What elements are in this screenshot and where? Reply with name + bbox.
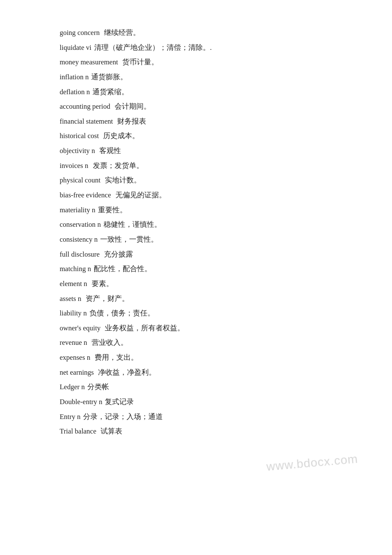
term-english: financial statement [60,117,115,125]
term-english: full disclosure [60,250,101,258]
term-chinese: 复式记录 [105,398,134,406]
term-item: Trial balance 试算表 [60,424,332,439]
term-chinese: 通货紧缩。 [92,88,129,96]
term-item: going concern 继续经营。 [60,26,332,40]
term-item: liability n负债，债务；责任。 [60,306,332,321]
term-english: inflation n [60,73,89,81]
term-chinese: 历史成本。 [103,132,139,140]
term-chinese: 实地计数。 [105,176,141,184]
term-item: revenue n 营业收入。 [60,335,332,350]
term-english: consistency n [60,235,98,243]
term-chinese: 客观性 [99,147,121,155]
term-english: assets n [60,295,83,303]
term-list: going concern 继续经营。liquidate vi清理（破产地企业）… [60,26,332,439]
term-item: materiality n重要性。 [60,203,332,218]
term-chinese: 资产，财产。 [86,295,129,303]
term-item: full disclosure 充分披露 [60,247,332,262]
term-chinese: 会计期间。 [115,102,151,110]
term-english: revenue n [60,338,89,347]
term-item: bias-free evidence 无偏见的证据。 [60,188,332,203]
term-item: objectivity n 客观性 [60,144,332,159]
term-english: element n [60,280,89,288]
term-english: physical count [60,176,102,184]
term-item: inflation n通货膨胀。 [60,70,332,85]
term-chinese: 费用，支出。 [95,353,138,361]
term-item: Entry n分录，记录；入场；通道 [60,410,332,425]
term-item: deflation n通货紧缩。 [60,85,332,100]
term-chinese: 发票；发货单。 [93,162,144,170]
term-chinese: 继续经营。 [104,29,140,37]
term-item: owner's equity 业务权益，所有者权益。 [60,321,332,336]
term-english: Entry n [60,413,81,421]
term-chinese: 试算表 [101,427,122,435]
term-item: physical count 实地计数。 [60,173,332,188]
term-item: invoices n 发票；发货单。 [60,159,332,173]
term-english: objectivity n [60,147,97,155]
term-chinese: 无偏见的证据。 [115,191,166,199]
term-chinese: 净收益，净盈利。 [98,368,156,376]
term-chinese: 分录，记录；入场；通道 [83,413,163,421]
term-english: owner's equity [60,324,102,332]
term-chinese: 营业收入。 [92,338,128,347]
term-item: assets n 资产，财产。 [60,292,332,306]
term-chinese: 重要性。 [98,206,127,214]
term-item: financial statement 财务报表 [60,114,332,129]
term-chinese: 财务报表 [117,117,146,125]
term-english: expenses n [60,353,92,361]
term-english: deflation n [60,88,90,96]
term-item: conservation n稳健性，谨慎性。 [60,217,332,232]
term-item: accounting period 会计期间。 [60,99,332,114]
term-item: Double-entry n复式记录 [60,395,332,410]
term-english: money measurement [60,58,120,66]
term-item: expenses n 费用，支出。 [60,350,332,365]
term-chinese: 负债，债务；责任。 [89,309,155,317]
term-english: Ledger n [60,383,85,391]
term-english: liability n [60,309,87,317]
term-chinese: 一致性，一贯性。 [100,235,158,243]
term-english: net earnings [60,368,95,376]
term-english: Trial balance [60,427,98,435]
term-english: going concern [60,29,101,37]
term-english: materiality n [60,206,95,214]
term-chinese: 货币计量。 [122,58,159,66]
term-item: matching n配比性，配合性。 [60,262,332,277]
term-english: historical cost [60,132,101,140]
term-english: liquidate vi [60,43,92,52]
term-english: Double-entry n [60,398,102,406]
term-chinese: 通货膨胀。 [91,73,127,81]
term-chinese: 业务权益，所有者权益。 [105,324,184,332]
term-chinese: 稳健性，谨慎性。 [104,220,161,228]
term-item: element n 要素。 [60,277,332,292]
term-item: consistency n一致性，一贯性。 [60,232,332,247]
term-item: net earnings 净收益，净盈利。 [60,365,332,380]
term-english: conservation n [60,220,101,228]
term-chinese: 充分披露 [104,250,133,258]
term-chinese: 要素。 [92,280,113,288]
term-english: matching n [60,265,91,273]
term-item: historical cost 历史成本。 [60,129,332,144]
term-english: bias-free evidence [60,191,113,199]
term-chinese: 配比性，配合性。 [94,265,152,273]
term-chinese: 分类帐 [87,383,109,391]
term-item: Ledger n分类帐 [60,380,332,395]
term-english: invoices n [60,162,90,170]
term-item: money measurement 货币计量。 [60,55,332,70]
term-item: liquidate vi清理（破产地企业）；清偿；清除。. [60,40,332,55]
term-chinese: 清理（破产地企业）；清偿；清除。. [94,43,212,52]
term-english: accounting period [60,102,112,110]
watermark: www.bdocx.com [266,452,358,474]
